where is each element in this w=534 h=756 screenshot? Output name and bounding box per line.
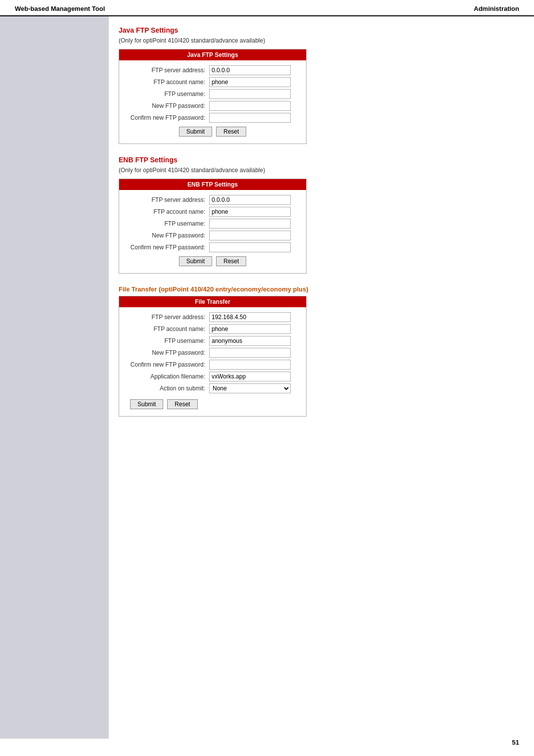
enb-ftp-confirm-password-label: Confirm new FTP password: [125, 244, 209, 251]
ft-ftp-confirm-password-row: Confirm new FTP password: [125, 360, 300, 370]
file-transfer-title: File Transfer (optiPoint 410/420 entry/e… [119, 285, 519, 293]
enb-ftp-new-password-label: New FTP password: [125, 232, 209, 239]
java-ftp-new-password-row: New FTP password: [125, 101, 300, 111]
java-ftp-server-input[interactable] [209, 65, 291, 75]
enb-ftp-account-label: FTP account name: [125, 208, 209, 215]
java-ftp-fields: FTP server address:FTP account name:FTP … [125, 65, 300, 123]
enb-ftp-button-row: Submit Reset [125, 256, 300, 268]
java-ftp-reset[interactable]: Reset [216, 127, 246, 137]
ft-ftp-username-row: FTP username: [125, 336, 300, 346]
content-area: Java FTP Settings (Only for optiPoint 41… [0, 16, 534, 739]
main-content: Java FTP Settings (Only for optiPoint 41… [109, 16, 534, 739]
enb-ftp-confirm-password-input[interactable] [209, 242, 291, 252]
ft-ftp-account-row: FTP account name: [125, 324, 300, 334]
file-transfer-panel: File Transfer FTP server address:FTP acc… [119, 296, 307, 417]
java-ftp-submit[interactable]: Submit [179, 127, 212, 137]
enb-ftp-fields: FTP server address:FTP account name:FTP … [125, 195, 300, 252]
ft-app-filename-input[interactable] [209, 372, 291, 381]
enb-ftp-server-label: FTP server address: [125, 196, 209, 203]
java-ftp-panel-header: Java FTP Settings [119, 49, 306, 60]
enb-ftp-account-row: FTP account name: [125, 207, 300, 217]
ft-ftp-server-input[interactable] [209, 312, 291, 322]
enb-ftp-panel-header: ENB FTP Settings [119, 179, 306, 190]
java-ftp-account-input[interactable] [209, 77, 291, 87]
java-ftp-new-password-input[interactable] [209, 101, 291, 111]
ft-reset[interactable]: Reset [167, 399, 197, 409]
enb-ftp-subtitle: (Only for optiPoint 410/420 standard/adv… [119, 167, 519, 174]
java-ftp-confirm-password-row: Confirm new FTP password: [125, 113, 300, 123]
enb-ftp-panel-body: FTP server address:FTP account name:FTP … [119, 190, 306, 273]
ft-ftp-new-password-input[interactable] [209, 348, 291, 358]
enb-ftp-username-input[interactable] [209, 219, 291, 229]
enb-ftp-server-row: FTP server address: [125, 195, 300, 205]
header-left: Web-based Management Tool [15, 5, 105, 12]
enb-ftp-confirm-password-row: Confirm new FTP password: [125, 242, 300, 252]
ft-app-filename-label: Application filename: [125, 373, 209, 380]
enb-ftp-submit[interactable]: Submit [179, 256, 212, 266]
file-transfer-section: File Transfer (optiPoint 410/420 entry/e… [119, 285, 519, 417]
java-ftp-confirm-password-input[interactable] [209, 113, 291, 123]
java-ftp-panel: Java FTP Settings FTP server address:FTP… [119, 49, 307, 144]
ft-action-label: Action on submit: [125, 385, 209, 392]
java-ftp-section: Java FTP Settings (Only for optiPoint 41… [119, 26, 519, 144]
java-ftp-server-row: FTP server address: [125, 65, 300, 75]
enb-ftp-username-row: FTP username: [125, 219, 300, 229]
sidebar [0, 16, 109, 739]
page-number: 51 [512, 739, 519, 746]
ft-app-filename-row: Application filename: [125, 372, 300, 381]
ft-action-row: Action on submit: None [125, 383, 300, 393]
java-ftp-server-label: FTP server address: [125, 67, 209, 74]
ft-ftp-account-label: FTP account name: [125, 326, 209, 332]
header: Web-based Management Tool Administration [0, 0, 534, 16]
java-ftp-subtitle: (Only for optiPoint 410/420 standard/adv… [119, 37, 519, 44]
enb-ftp-server-input[interactable] [209, 195, 291, 205]
enb-ftp-new-password-input[interactable] [209, 231, 291, 240]
java-ftp-account-row: FTP account name: [125, 77, 300, 87]
enb-ftp-new-password-row: New FTP password: [125, 231, 300, 240]
enb-ftp-title: ENB FTP Settings [119, 156, 519, 164]
ft-ftp-username-input[interactable] [209, 336, 291, 346]
ft-ftp-confirm-password-label: Confirm new FTP password: [125, 361, 209, 368]
java-ftp-confirm-password-label: Confirm new FTP password: [125, 114, 209, 121]
enb-ftp-username-label: FTP username: [125, 220, 209, 227]
ft-fields: FTP server address:FTP account name:FTP … [125, 312, 300, 381]
ft-ftp-server-label: FTP server address: [125, 314, 209, 321]
ft-ftp-new-password-label: New FTP password: [125, 349, 209, 356]
java-ftp-panel-body: FTP server address:FTP account name:FTP … [119, 60, 306, 143]
file-transfer-panel-body: FTP server address:FTP account name:FTP … [119, 307, 306, 416]
java-ftp-username-input[interactable] [209, 89, 291, 99]
java-ftp-new-password-label: New FTP password: [125, 102, 209, 109]
ft-ftp-confirm-password-input[interactable] [209, 360, 291, 370]
enb-ftp-section: ENB FTP Settings (Only for optiPoint 410… [119, 156, 519, 274]
enb-ftp-panel: ENB FTP Settings FTP server address:FTP … [119, 179, 307, 274]
ft-submit[interactable]: Submit [130, 399, 163, 409]
ft-ftp-server-row: FTP server address: [125, 312, 300, 322]
ft-ftp-new-password-row: New FTP password: [125, 348, 300, 358]
page-wrapper: Web-based Management Tool Administration… [0, 0, 534, 756]
enb-ftp-account-input[interactable] [209, 207, 291, 217]
java-ftp-title: Java FTP Settings [119, 26, 519, 34]
ft-action-select[interactable]: None [209, 383, 291, 393]
file-transfer-panel-header: File Transfer [119, 296, 306, 307]
ft-ftp-username-label: FTP username: [125, 337, 209, 344]
java-ftp-account-label: FTP account name: [125, 79, 209, 86]
header-right: Administration [474, 5, 519, 12]
java-ftp-button-row: Submit Reset [125, 127, 300, 139]
ft-ftp-account-input[interactable] [209, 324, 291, 334]
java-ftp-username-label: FTP username: [125, 91, 209, 97]
enb-ftp-reset[interactable]: Reset [216, 256, 246, 266]
java-ftp-username-row: FTP username: [125, 89, 300, 99]
ft-button-row: Submit Reset [125, 399, 300, 411]
